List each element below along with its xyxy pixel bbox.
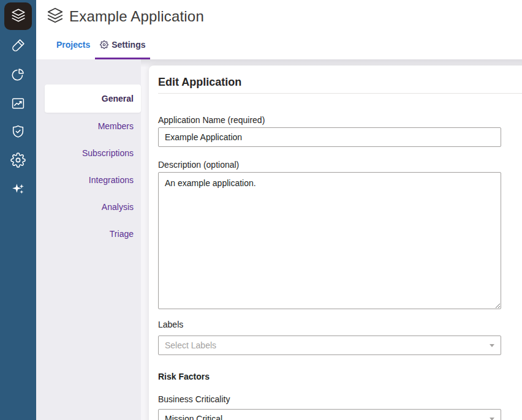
description-label: Description (optional) [158, 160, 239, 170]
sidebar-item-label: General [102, 94, 134, 103]
sidebar-item-label: Integrations [89, 175, 134, 185]
tab-settings-label: Settings [112, 40, 145, 50]
pie-chart-icon [10, 67, 26, 82]
sidebar-item-label: Analysis [102, 202, 134, 212]
tab-projects[interactable]: Projects [51, 32, 95, 57]
application-name-label: Application Name (required) [158, 115, 265, 125]
sidebar-item-analysis[interactable]: Analysis [36, 193, 141, 220]
sidebar-item-label: Subscriptions [82, 148, 134, 158]
content-area: Edit Application Application Name (requi… [141, 59, 522, 420]
tab-bar: Projects Settings [51, 32, 150, 57]
gear-icon [10, 152, 26, 168]
sidebar-item-integrations[interactable]: Integrations [36, 167, 141, 193]
rail-item-analytics[interactable] [0, 89, 36, 118]
sidebar-item-subscriptions[interactable]: Subscriptions [36, 140, 141, 167]
sidebar-item-triage[interactable]: Triage [36, 220, 141, 247]
layers-icon [46, 6, 64, 27]
line-chart-icon [10, 96, 26, 111]
active-tab-underline [95, 58, 150, 59]
labels-label: Labels [158, 320, 183, 329]
app-home-button[interactable] [4, 2, 32, 30]
left-rail [0, 0, 36, 420]
title-row: Example Application [46, 6, 204, 27]
test-tube-icon [10, 38, 26, 53]
sidebar-item-general[interactable]: General [45, 84, 141, 113]
business-criticality-select[interactable]: Mission Critical [158, 409, 501, 420]
layers-icon [10, 7, 26, 26]
labels-select[interactable]: Select Labels [158, 336, 501, 355]
rail-item-ai[interactable] [0, 174, 36, 203]
settings-side-nav: General Members Subscriptions Integratio… [36, 59, 141, 420]
sparkles-icon [10, 181, 26, 197]
rail-item-poc[interactable] [0, 31, 36, 60]
chevron-down-icon [490, 344, 494, 347]
gear-icon [100, 40, 108, 49]
application-name-input[interactable] [158, 127, 501, 147]
edit-application-card: Edit Application Application Name (requi… [149, 66, 522, 420]
risk-factors-heading: Risk Factors [158, 372, 210, 381]
description-textarea[interactable] [158, 172, 501, 309]
shield-check-icon [10, 124, 26, 139]
business-criticality-label: Business Criticality [158, 394, 230, 404]
header: Example Application Projects Settings [36, 0, 522, 59]
heading-divider [158, 93, 522, 94]
labels-select-placeholder: Select Labels [165, 340, 216, 350]
rail-item-settings[interactable] [0, 146, 36, 174]
tab-settings[interactable]: Settings [95, 32, 150, 57]
sidebar-item-label: Members [98, 121, 134, 131]
card-heading: Edit Application [158, 76, 241, 89]
page-title: Example Application [69, 8, 204, 25]
sidebar-item-label: Triage [110, 229, 134, 239]
business-criticality-value: Mission Critical [165, 414, 222, 420]
chevron-down-icon [490, 418, 494, 420]
rail-item-reports[interactable] [0, 60, 36, 89]
tab-projects-label: Projects [56, 40, 90, 50]
sidebar-item-members[interactable]: Members [36, 113, 141, 140]
rail-item-security[interactable] [0, 117, 36, 146]
